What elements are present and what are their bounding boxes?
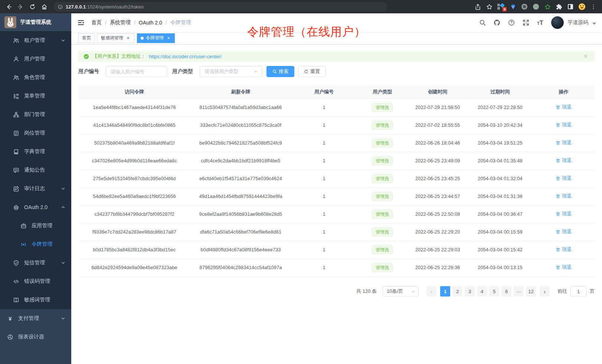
sidebar-item[interactable]: 部门管理 bbox=[0, 105, 71, 124]
action-cell: 强退 bbox=[533, 139, 595, 146]
app-briefcase-icon bbox=[20, 223, 27, 229]
url-text: 127.0.0.1:1024/system/oauth2/token bbox=[66, 4, 144, 10]
page-button[interactable]: 3 bbox=[465, 286, 475, 297]
page-size-select[interactable]: 10条/页 bbox=[383, 286, 419, 297]
chevron-down-icon bbox=[61, 186, 65, 191]
font-size-icon[interactable]: TT bbox=[537, 20, 543, 26]
tab-active[interactable]: 令牌管理× bbox=[137, 33, 175, 43]
sidebar-item[interactable]: 字典管理 bbox=[0, 142, 71, 161]
sidebar-item-label: 菜单管理 bbox=[24, 93, 45, 99]
force-logout-button[interactable]: 强退 bbox=[556, 246, 572, 253]
sidebar-item[interactable]: 通知公告 bbox=[0, 161, 71, 179]
browser-menu-icon[interactable]: ⋮ bbox=[590, 3, 597, 10]
page-button[interactable]: 12 bbox=[526, 286, 536, 297]
prev-page-button[interactable]: ‹ bbox=[426, 286, 436, 297]
sidebar-item[interactable]: 审计日志 bbox=[0, 179, 71, 198]
goto-page-input[interactable] bbox=[570, 286, 587, 297]
url-bar[interactable]: 127.0.0.1:1024/system/oauth2/token bbox=[53, 2, 387, 11]
ext-circle-gray-icon[interactable] bbox=[521, 3, 528, 10]
breadcrumb-item[interactable]: 首页 bbox=[91, 19, 102, 26]
sidebar-item[interactable]: OAuth 2.0 bbox=[0, 198, 71, 216]
page-button[interactable]: 6 bbox=[501, 286, 511, 297]
sidebar-item[interactable]: 令牌管理 bbox=[0, 235, 71, 254]
forward-icon[interactable] bbox=[16, 2, 25, 11]
breadcrumb-item[interactable]: 系统管理 bbox=[110, 19, 131, 26]
tab-item[interactable]: 首页 bbox=[78, 33, 95, 43]
breadcrumb-item[interactable]: OAuth 2.0 bbox=[139, 20, 162, 26]
site-info-icon[interactable] bbox=[58, 4, 63, 9]
force-logout-label: 强退 bbox=[562, 228, 572, 235]
sidebar-item[interactable]: 租户管理 bbox=[0, 31, 71, 50]
chevron-down-icon bbox=[61, 261, 65, 265]
user-id-input[interactable] bbox=[106, 66, 167, 77]
user-id-label: 用户编号 bbox=[78, 68, 99, 75]
ext-split-square-icon[interactable] bbox=[567, 3, 574, 10]
audit-log-icon bbox=[13, 186, 19, 192]
share-icon[interactable] bbox=[474, 3, 481, 10]
main-content: 【用户体系】文档地址： https://doc.iocoder.cn/user-… bbox=[71, 44, 602, 364]
action-cell: 强退 bbox=[533, 193, 595, 200]
page-button[interactable]: 2 bbox=[452, 286, 462, 297]
ext-grid-diamond-icon[interactable]: 9 bbox=[497, 3, 505, 10]
star-icon[interactable] bbox=[486, 3, 493, 10]
fullscreen-icon[interactable] bbox=[523, 19, 529, 26]
sidebar-toggle-icon[interactable] bbox=[71, 19, 91, 26]
tab-item[interactable]: 敏感词管理× bbox=[97, 33, 134, 43]
sidebar-item[interactable]: 敏感词管理 bbox=[0, 291, 71, 309]
reload-icon[interactable] bbox=[27, 2, 37, 11]
page-button[interactable]: 1 bbox=[440, 286, 450, 297]
chevron-down-icon[interactable] bbox=[592, 23, 596, 25]
sidebar-item[interactable]: 应用管理 bbox=[0, 216, 71, 235]
force-logout-button[interactable]: 强退 bbox=[556, 104, 572, 110]
user-id-cell: 1 bbox=[291, 158, 357, 163]
github-icon[interactable] bbox=[494, 19, 500, 26]
sidebar-item[interactable]: 报表设计器 bbox=[0, 328, 71, 346]
page-button[interactable]: 4 bbox=[477, 286, 487, 297]
ext-puzzle-icon[interactable] bbox=[556, 3, 562, 10]
back-icon[interactable] bbox=[4, 2, 13, 11]
close-icon[interactable]: ✕ bbox=[583, 53, 589, 60]
force-logout-label: 强退 bbox=[562, 139, 572, 146]
refresh-token-cell: be90422b8c7946218275a508bf524fc9 bbox=[190, 140, 291, 146]
sidebar-item[interactable]: 错误码管理 bbox=[0, 272, 71, 291]
force-logout-button[interactable]: 强退 bbox=[556, 193, 572, 199]
page-ellipsis[interactable]: ··· bbox=[514, 286, 524, 297]
user-type-cell: 管理员 bbox=[357, 121, 408, 130]
force-logout-button[interactable]: 强退 bbox=[556, 175, 572, 182]
sidebar-item[interactable]: 岗位管理 bbox=[0, 124, 71, 142]
search-icon[interactable] bbox=[479, 19, 486, 26]
profile-emoji-icon[interactable] bbox=[579, 3, 585, 10]
force-logout-button[interactable]: 强退 bbox=[556, 122, 572, 128]
search-button[interactable]: 搜索 bbox=[266, 66, 294, 77]
pagination: 共 120 条 10条/页 ‹ 123456···12 › 前往 页 bbox=[78, 286, 595, 297]
action-cell: 强退 bbox=[533, 104, 595, 111]
reset-button[interactable]: 重置 bbox=[298, 66, 326, 77]
sidebar-item[interactable]: 短信管理 bbox=[0, 254, 71, 272]
force-logout-button[interactable]: 强退 bbox=[556, 228, 572, 235]
sidebar-item-label: 部门管理 bbox=[24, 111, 45, 118]
sidebar-item[interactable]: 菜单管理 bbox=[0, 87, 71, 105]
sidebar-item[interactable]: ¥支付管理 bbox=[0, 309, 71, 328]
alert-doc-link[interactable]: https://doc.iocoder.cn/user-center/ bbox=[149, 54, 222, 59]
user-type-badge: 管理员 bbox=[372, 156, 393, 165]
force-logout-button[interactable]: 强退 bbox=[556, 139, 572, 146]
user-avatar[interactable] bbox=[551, 16, 564, 29]
app-logo[interactable]: 芋道管理系统 bbox=[0, 13, 71, 31]
user-type-select[interactable]: 请选择用户类型 bbox=[200, 66, 262, 77]
access-token-cell: 502375b8040a469a9b82188afdf6af1f bbox=[78, 140, 190, 146]
page-button[interactable]: 5 bbox=[489, 286, 499, 297]
sidebar-item[interactable]: 用户管理 bbox=[0, 50, 71, 68]
close-icon[interactable]: × bbox=[125, 36, 131, 40]
home-icon[interactable] bbox=[39, 2, 49, 11]
ext-gem-icon[interactable] bbox=[510, 3, 516, 10]
ext-star-green-icon[interactable] bbox=[544, 3, 551, 10]
close-icon[interactable]: × bbox=[166, 36, 171, 40]
force-logout-button[interactable]: 强退 bbox=[556, 211, 572, 217]
sidebar-item-label: 支付管理 bbox=[18, 315, 39, 322]
ext-circle-green-icon[interactable] bbox=[533, 3, 539, 10]
next-page-button[interactable]: › bbox=[540, 286, 550, 297]
help-icon[interactable] bbox=[508, 19, 515, 26]
force-logout-button[interactable]: 强退 bbox=[556, 264, 572, 271]
sidebar-item[interactable]: 角色管理 bbox=[0, 68, 71, 87]
force-logout-button[interactable]: 强退 bbox=[556, 157, 572, 164]
